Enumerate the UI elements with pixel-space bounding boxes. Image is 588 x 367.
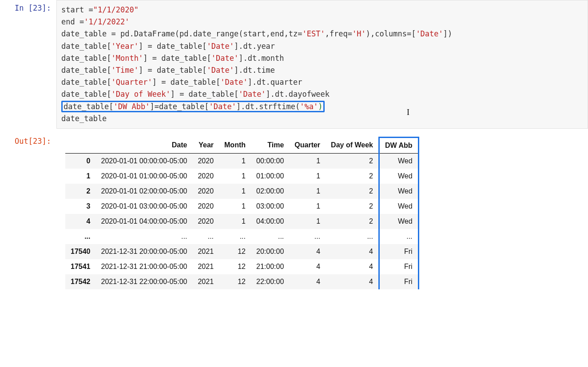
- out-prompt: Out[23]:: [0, 133, 56, 149]
- cell: 01:00:00: [251, 169, 289, 184]
- cell: 2020: [192, 169, 219, 184]
- dataframe-table: Date Year Month Time Quarter Day of Week…: [65, 137, 419, 289]
- code-block[interactable]: start ="1/1/2020" end ='1/1/2022' date_t…: [61, 4, 583, 125]
- table-row: 02020-01-01 00:00:00-05:002020100:00:001…: [65, 153, 418, 169]
- cell: ...: [96, 229, 193, 244]
- cell: 12: [219, 244, 251, 259]
- row-index: 4: [65, 214, 96, 229]
- cell: ...: [326, 229, 379, 244]
- col-time: Time: [251, 137, 289, 153]
- row-index: 17542: [65, 274, 96, 289]
- cell: 2: [326, 184, 379, 199]
- cell: 03:00:00: [251, 199, 289, 214]
- cell: 2021-12-31 20:00:00-05:00: [96, 244, 193, 259]
- table-row: 22020-01-01 02:00:00-05:002020102:00:001…: [65, 184, 418, 199]
- col-year: Year: [192, 137, 219, 153]
- output-cell: Out[23]: Date Year Month Time Quarter Da…: [0, 133, 588, 293]
- cell: 2020: [192, 199, 219, 214]
- cell: 1: [219, 153, 251, 169]
- cell: Fri: [379, 274, 418, 289]
- cell: 12: [219, 274, 251, 289]
- cell: 2: [326, 214, 379, 229]
- cell: 1: [289, 184, 326, 199]
- cell: 1: [289, 214, 326, 229]
- table-row: 32020-01-01 03:00:00-05:002020103:00:001…: [65, 199, 418, 214]
- cell: 1: [219, 169, 251, 184]
- cell: 2021-12-31 22:00:00-05:00: [96, 274, 193, 289]
- index-header: [65, 137, 96, 153]
- cell: 2021: [192, 259, 219, 274]
- cell: Fri: [379, 244, 418, 259]
- in-prompt: In [23]:: [0, 0, 56, 16]
- cell: 2: [326, 153, 379, 169]
- table-header-row: Date Year Month Time Quarter Day of Week…: [65, 137, 418, 153]
- cell: 1: [219, 214, 251, 229]
- cell: Wed: [379, 153, 418, 169]
- row-index: 0: [65, 153, 96, 169]
- cell: Wed: [379, 214, 418, 229]
- cell: 4: [289, 259, 326, 274]
- cell: 2020-01-01 00:00:00-05:00: [96, 153, 193, 169]
- col-date: Date: [96, 137, 193, 153]
- cell: ...: [192, 229, 219, 244]
- cell: 4: [289, 274, 326, 289]
- cell: 2: [326, 169, 379, 184]
- cell: 1: [289, 153, 326, 169]
- table-row: 42020-01-01 04:00:00-05:002020104:00:001…: [65, 214, 418, 229]
- cell: 1: [289, 169, 326, 184]
- cell: 1: [289, 199, 326, 214]
- cell: Fri: [379, 259, 418, 274]
- cell: 2020-01-01 01:00:00-05:00: [96, 169, 193, 184]
- code-input-area[interactable]: start ="1/1/2020" end ='1/1/2022' date_t…: [56, 0, 588, 129]
- cell: ...: [251, 229, 289, 244]
- cell: ...: [289, 229, 326, 244]
- cell: 4: [326, 244, 379, 259]
- cell: 2020: [192, 214, 219, 229]
- table-row: 175412021-12-31 21:00:00-05:0020211221:0…: [65, 259, 418, 274]
- row-index: 17541: [65, 259, 96, 274]
- cell: 2021: [192, 274, 219, 289]
- table-row: ........................: [65, 229, 418, 244]
- cell: 1: [219, 184, 251, 199]
- cell: 22:00:00: [251, 274, 289, 289]
- cell: 12: [219, 259, 251, 274]
- cell: Wed: [379, 199, 418, 214]
- col-dwabb: DW Abb: [379, 137, 418, 153]
- cell: ...: [379, 229, 418, 244]
- cell: 02:00:00: [251, 184, 289, 199]
- cell: 2020-01-01 04:00:00-05:00: [96, 214, 193, 229]
- cell: 4: [289, 244, 326, 259]
- cell: 00:00:00: [251, 153, 289, 169]
- cell: 2020-01-01 02:00:00-05:00: [96, 184, 193, 199]
- cell: 2020: [192, 184, 219, 199]
- cell: 2020: [192, 153, 219, 169]
- cell: 2021-12-31 21:00:00-05:00: [96, 259, 193, 274]
- text-cursor-icon: I: [407, 108, 409, 117]
- row-index: 2: [65, 184, 96, 199]
- row-index: ...: [65, 229, 96, 244]
- col-month: Month: [219, 137, 251, 153]
- cell: 4: [326, 274, 379, 289]
- table-row: 175402021-12-31 20:00:00-05:0020211220:0…: [65, 244, 418, 259]
- cell: 1: [219, 199, 251, 214]
- cell: Wed: [379, 184, 418, 199]
- col-dow: Day of Week: [326, 137, 379, 153]
- cell: 2020-01-01 03:00:00-05:00: [96, 199, 193, 214]
- table-row: 175422021-12-31 22:00:00-05:0020211222:0…: [65, 274, 418, 289]
- row-index: 3: [65, 199, 96, 214]
- cell: 20:00:00: [251, 244, 289, 259]
- highlighted-code-line: date_table['DW Abb']=date_table['Date'].…: [61, 101, 325, 112]
- table-row: 12020-01-01 01:00:00-05:002020101:00:001…: [65, 169, 418, 184]
- cell: 2021: [192, 244, 219, 259]
- cell: 21:00:00: [251, 259, 289, 274]
- output-area: Date Year Month Time Quarter Day of Week…: [56, 133, 588, 293]
- cell: 4: [326, 259, 379, 274]
- cell: ...: [219, 229, 251, 244]
- cell: Wed: [379, 169, 418, 184]
- input-cell: In [23]: start ="1/1/2020" end ='1/1/202…: [0, 0, 588, 133]
- col-quarter: Quarter: [289, 137, 326, 153]
- cell: 2: [326, 199, 379, 214]
- cell: 04:00:00: [251, 214, 289, 229]
- row-index: 1: [65, 169, 96, 184]
- row-index: 17540: [65, 244, 96, 259]
